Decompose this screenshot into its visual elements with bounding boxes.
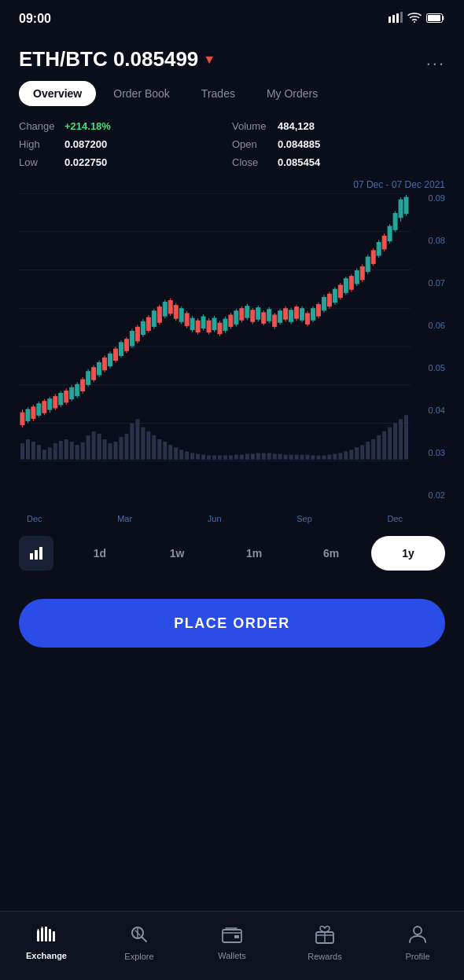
nav-item-explore[interactable]: Explore — [93, 925, 186, 967]
svg-rect-43 — [174, 447, 178, 459]
change-label: Change — [19, 120, 58, 132]
svg-rect-3 — [400, 12, 403, 23]
svg-rect-232 — [41, 928, 43, 941]
svg-rect-35 — [130, 424, 134, 460]
tab-order-book[interactable]: Order Book — [99, 81, 184, 106]
svg-rect-137 — [157, 307, 161, 323]
svg-rect-125 — [124, 340, 128, 351]
svg-rect-243 — [234, 935, 239, 938]
svg-rect-229 — [35, 550, 38, 560]
pair-title[interactable]: ETH/BTC 0.085499 ▼ — [19, 47, 215, 72]
svg-rect-221 — [388, 226, 392, 240]
nav-item-rewards[interactable]: Rewards — [278, 925, 371, 967]
svg-rect-189 — [300, 309, 304, 320]
svg-rect-83 — [393, 424, 397, 460]
svg-rect-22 — [59, 441, 63, 460]
svg-rect-47 — [196, 454, 200, 460]
nav-item-wallets[interactable]: Wallets — [186, 926, 278, 967]
bottom-navigation: Exchange Explore Wallets — [0, 911, 464, 980]
svg-rect-119 — [109, 354, 112, 365]
svg-rect-179 — [273, 315, 277, 326]
svg-rect-101 — [59, 394, 63, 405]
svg-rect-31 — [109, 443, 112, 460]
svg-rect-157 — [212, 318, 216, 329]
svg-rect-54 — [234, 455, 238, 460]
price-chart: 0.09 0.08 0.07 0.06 0.05 0.04 0.03 0.02 — [19, 193, 445, 523]
svg-rect-95 — [42, 402, 46, 413]
svg-rect-165 — [234, 311, 238, 324]
y-label-0.08: 0.08 — [429, 236, 445, 245]
place-order-button[interactable]: PLACE ORDER — [19, 599, 445, 648]
y-label-0.09: 0.09 — [429, 193, 445, 203]
stat-close: Close 0.085454 — [232, 155, 445, 170]
svg-rect-37 — [141, 428, 145, 460]
status-bar: 09:00 — [0, 0, 464, 35]
svg-rect-64 — [289, 455, 293, 460]
more-options-button[interactable]: ... — [426, 50, 445, 70]
svg-rect-149 — [190, 318, 194, 329]
svg-rect-56 — [245, 454, 249, 460]
svg-rect-89 — [26, 409, 30, 420]
svg-rect-99 — [53, 397, 57, 408]
time-btn-1w[interactable]: 1w — [140, 536, 214, 571]
tab-my-orders[interactable]: My Orders — [252, 81, 332, 106]
svg-rect-6 — [428, 15, 440, 21]
chart-y-axis: 0.09 0.08 0.07 0.06 0.05 0.04 0.03 0.02 — [414, 193, 445, 500]
x-label-sep: Sep — [296, 514, 312, 523]
time-btn-1d[interactable]: 1d — [63, 536, 137, 571]
svg-rect-215 — [371, 251, 375, 263]
svg-point-245 — [414, 927, 422, 934]
svg-rect-46 — [190, 453, 194, 459]
svg-rect-39 — [152, 435, 156, 460]
svg-rect-131 — [141, 321, 145, 334]
tab-overview[interactable]: Overview — [19, 81, 96, 106]
svg-rect-230 — [39, 547, 42, 560]
tab-trades[interactable]: Trades — [187, 81, 249, 106]
svg-rect-25 — [75, 445, 79, 459]
svg-rect-93 — [37, 404, 41, 415]
svg-rect-151 — [196, 321, 200, 332]
close-value: 0.085454 — [278, 156, 320, 168]
svg-rect-97 — [48, 399, 52, 409]
nav-item-profile[interactable]: Profile — [371, 925, 464, 967]
svg-rect-117 — [103, 358, 107, 369]
status-time: 09:00 — [19, 12, 51, 26]
svg-rect-223 — [393, 214, 397, 230]
svg-rect-66 — [300, 455, 304, 460]
svg-rect-235 — [53, 931, 55, 941]
svg-rect-115 — [98, 363, 101, 375]
time-btn-1y[interactable]: 1y — [371, 536, 445, 571]
pair-name: ETH/BTC 0.085499 — [19, 47, 198, 72]
x-label-dec: Dec — [27, 514, 42, 523]
svg-rect-147 — [185, 314, 189, 325]
volume-label: Volume — [232, 120, 271, 132]
svg-rect-38 — [146, 431, 150, 460]
stats-grid: Change +214.18% Volume 484,128 High 0.08… — [0, 119, 464, 170]
svg-rect-171 — [251, 310, 255, 321]
svg-rect-121 — [114, 349, 118, 360]
svg-rect-59 — [262, 453, 266, 459]
chart-date-range: 07 Dec - 07 Dec 2021 — [0, 179, 464, 190]
wifi-icon — [407, 12, 422, 26]
svg-rect-23 — [64, 439, 68, 460]
svg-rect-205 — [344, 279, 348, 292]
y-label-0.03: 0.03 — [429, 448, 445, 457]
svg-rect-155 — [207, 321, 211, 332]
svg-rect-74 — [344, 451, 348, 459]
svg-rect-207 — [349, 277, 353, 289]
time-btn-1m[interactable]: 1m — [217, 536, 291, 571]
svg-rect-191 — [306, 314, 310, 324]
svg-rect-62 — [278, 454, 282, 460]
chart-type-button[interactable] — [19, 536, 53, 571]
y-label-0.05: 0.05 — [429, 363, 445, 373]
nav-item-exchange[interactable]: Exchange — [0, 926, 93, 967]
high-value: 0.087200 — [64, 138, 107, 150]
svg-rect-41 — [163, 442, 167, 460]
time-btn-6m[interactable]: 6m — [294, 536, 368, 571]
svg-rect-65 — [295, 455, 299, 460]
svg-rect-71 — [327, 455, 331, 460]
svg-rect-32 — [114, 442, 118, 460]
svg-rect-173 — [256, 308, 260, 319]
rewards-icon — [315, 925, 335, 949]
y-label-0.07: 0.07 — [429, 278, 445, 288]
